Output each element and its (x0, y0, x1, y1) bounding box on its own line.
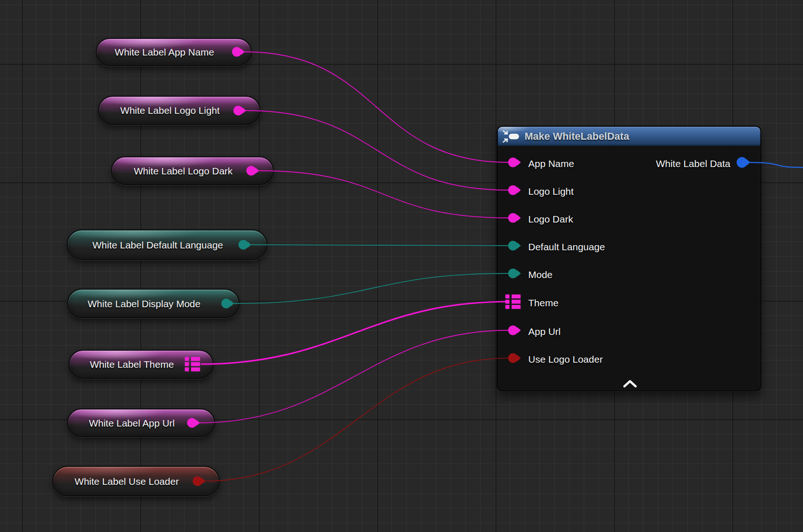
variable-node-label: White Label Use Loader (74, 476, 179, 486)
input-pin-label-logo-light: Logo Light (528, 186, 574, 196)
variable-node-label: White Label Logo Light (120, 105, 220, 115)
advanced-pins-toggle-button[interactable] (622, 378, 638, 389)
wire-theme[interactable] (201, 302, 509, 364)
variable-node-label: White Label Theme (90, 359, 174, 369)
graph-canvas[interactable]: White Label App NameWhite Label Logo Lig… (0, 0, 803, 532)
input-pin-label-theme: Theme (528, 298, 558, 308)
variable-node-white-label-default-language[interactable]: White Label Default Language (67, 229, 267, 260)
wire-app-name[interactable] (244, 52, 509, 162)
input-pin-label-use-logo-loader: Use Logo Loader (528, 354, 603, 364)
variable-node-label: White Label Default Language (93, 240, 223, 250)
wire-mode[interactable] (234, 273, 509, 303)
input-pin-label-logo-dark: Logo Dark (528, 214, 573, 224)
make-whitelabeldata-node[interactable]: Make WhiteLabelData App NameLogo LightLo… (497, 126, 761, 391)
input-pin-label-default-language: Default Language (528, 242, 605, 252)
input-pin-label-mode: Mode (528, 270, 553, 279)
wire-logo-light[interactable] (246, 111, 509, 190)
wire-logo-dark[interactable] (259, 171, 509, 218)
variable-node-white-label-display-mode[interactable]: White Label Display Mode (67, 289, 240, 318)
variable-node-label: White Label App Url (89, 418, 175, 428)
node-header[interactable]: Make WhiteLabelData (498, 127, 760, 146)
chevron-up-icon (623, 380, 637, 388)
make-struct-icon (502, 130, 521, 143)
node-title: Make WhiteLabelData (525, 130, 629, 142)
wire-default-language[interactable] (251, 245, 509, 246)
variable-node-label: White Label Display Mode (88, 299, 201, 309)
wire-app-url[interactable] (199, 330, 509, 423)
input-pin-label-app-url: App Url (528, 327, 561, 336)
variable-node-label: White Label App Name (115, 47, 214, 57)
output-pin-label: White Label Data (656, 159, 730, 168)
input-pin-label-app-name: App Name (528, 159, 574, 168)
wire-use-loader[interactable] (205, 358, 509, 481)
variable-node-white-label-app-name[interactable]: White Label App Name (96, 38, 252, 66)
input-pin-theme[interactable] (506, 295, 521, 309)
variable-node-label: White Label Logo Dark (134, 166, 233, 176)
struct-pin-white-label-theme[interactable] (185, 357, 200, 371)
